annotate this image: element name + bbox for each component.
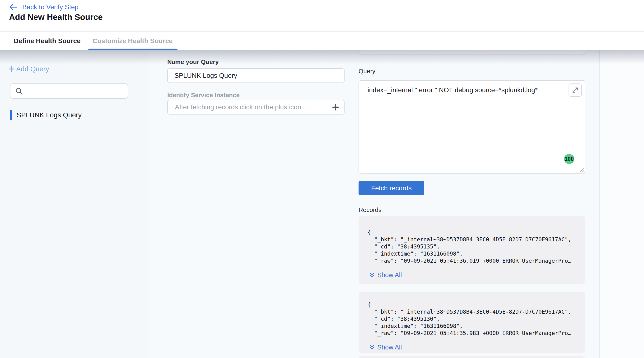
resize-grip-icon[interactable] [578,166,584,173]
record-line: "_indextime": "1631166098", [368,323,578,330]
record-card-partial [358,356,585,358]
sidebar-item-label: SPLUNK Logs Query [16,111,82,119]
tab-define-health-source[interactable]: Define Health Source [14,31,81,50]
expand-query-button[interactable] [568,83,582,97]
record-line: "_bkt": "_internal~38~D537D8B4-3EC0-4D5E… [368,236,578,243]
query-textarea[interactable]: index=_internal " error " NOT debug sour… [358,80,585,174]
name-query-label: Name your Query [167,58,219,66]
double-chevron-down-icon [369,345,375,351]
record-card: { "_bkt": "_internal~38~D537D8B4-3EC0-4D… [358,292,585,353]
query-search-box[interactable] [10,83,128,99]
sidebar-divider [10,106,139,106]
show-all-link[interactable]: Show All [369,272,402,279]
query-label: Query [358,67,376,75]
record-line: { [368,229,578,236]
expand-icon [572,87,578,93]
show-all-label: Show All [377,344,402,351]
service-instance-label: Identify Service Instance [167,91,240,99]
page-title: Add New Health Source [9,12,103,22]
add-query-button[interactable]: Add Query [8,65,49,73]
record-line: "_cd": "38:4395135", [368,243,578,250]
content-area: Add Query SPLUNK Logs Query Name your Qu… [0,50,644,358]
fetch-records-button[interactable]: Fetch records [358,181,424,195]
add-query-label: Add Query [16,65,49,73]
records-label: Records [358,206,382,214]
back-link-label: Back to Verify Step [22,3,78,11]
tab-bar: Define Health Source Customize Health So… [0,31,644,50]
page-header: Back to Verify Step Add New Health Sourc… [0,0,644,31]
record-line: "_bkt": "_internal~38~D537D8B4-3EC0-4D5E… [368,308,578,315]
right-margin-area [600,50,644,358]
record-card: { "_bkt": "_internal~38~D537D8B4-3EC0-4D… [358,216,585,284]
record-line: "_raw": "09-09-2021 05:41:35.983 +0000 E… [368,330,578,337]
records-count-badge: 100 [564,154,574,164]
record-line: "_raw": "09-09-2021 05:41:36.019 +0000 E… [368,257,578,264]
add-service-instance-plus-icon[interactable] [331,102,340,112]
active-tab-indicator [88,49,178,50]
sidebar-item-splunk-logs-query[interactable]: SPLUNK Logs Query [10,110,82,120]
double-chevron-down-icon [369,272,375,278]
show-all-label: Show All [377,272,402,279]
record-line: "_indextime": "1631166098", [368,250,578,257]
search-icon [15,87,23,95]
plus-icon [8,65,16,73]
back-arrow-icon [8,2,18,12]
record-line: { [368,301,578,308]
service-instance-field[interactable] [167,100,344,114]
sidebar: Add Query SPLUNK Logs Query [0,50,148,358]
selected-item-bar [10,110,12,120]
query-search-input[interactable] [26,84,128,98]
screen: Back to Verify Step Add New Health Sourc… [0,0,644,358]
service-instance-input[interactable] [174,103,328,111]
query-text: index=_internal " error " NOT debug sour… [368,86,538,94]
tab-customize-health-source[interactable]: Customize Health Source [92,31,173,50]
back-link[interactable]: Back to Verify Step [8,2,78,12]
show-all-link[interactable]: Show All [369,344,402,351]
query-name-input[interactable] [167,68,344,83]
scrolled-field-partial[interactable] [358,50,585,55]
record-line: "_cd": "38:4395130", [368,315,578,323]
